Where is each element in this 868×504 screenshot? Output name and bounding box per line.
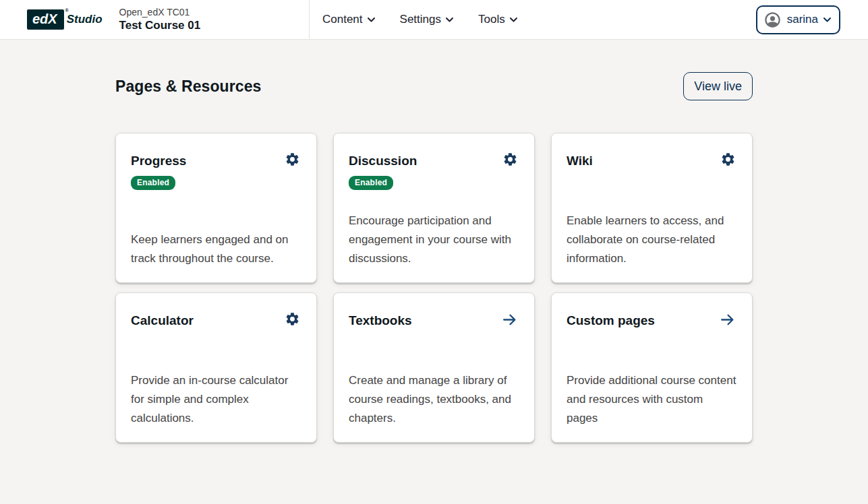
top-header: edX ® Studio Open_edX TC01 Test Course 0… [0,0,868,40]
username-label: sarina [787,13,818,26]
progress-settings-button[interactable] [283,150,301,168]
card-title: Progress [131,150,186,168]
card-header: Wiki [567,150,737,168]
view-live-button[interactable]: View live [683,72,753,100]
header-user-section: sarina [756,0,868,39]
card-custom-pages: Custom pages Provide additional course c… [551,292,753,443]
edx-logo-box: edX ® [27,9,64,30]
card-description: Enable learners to access, and collabora… [567,212,737,268]
main-nav: Content Settings Tools [310,0,517,39]
card-header: Custom pages [567,310,737,329]
nav-content-menu[interactable]: Content [322,13,375,26]
cards-grid: Progress Enabled Keep learners engaged a… [115,133,753,443]
card-header: Textbooks [349,310,519,329]
textbooks-open-button[interactable] [500,310,519,329]
settings-gear-icon [285,159,300,169]
page-title: Pages & Resources [115,77,261,96]
studio-logo-text: Studio [67,13,103,26]
chevron-down-icon [510,18,517,22]
card-description: Create and manage a library of course re… [349,371,519,428]
card-calculator: Calculator Provide an in-course calculat… [115,292,317,443]
enabled-badge: Enabled [131,176,175,190]
settings-gear-icon [720,159,736,169]
card-title: Wiki [567,150,593,168]
arrow-forward-icon [719,320,736,330]
card-title: Discussion [349,150,417,168]
card-header: Discussion [349,150,519,168]
nav-tools-menu[interactable]: Tools [478,13,517,26]
chevron-down-icon [823,18,831,22]
calculator-settings-button[interactable] [283,310,301,328]
course-org-number: Open_edX TC01 [119,6,201,18]
nav-settings-label: Settings [400,13,441,26]
chevron-down-icon [446,18,453,22]
custom-pages-open-button[interactable] [718,310,737,329]
page-title-row: Pages & Resources View live [115,72,753,100]
card-title: Textbooks [349,310,412,328]
card-title: Calculator [131,310,194,328]
account-circle-icon [763,11,782,29]
card-title: Custom pages [567,310,655,328]
nav-settings-menu[interactable]: Settings [400,13,453,26]
nav-tools-label: Tools [478,13,505,26]
course-info: Open_edX TC01 Test Course 01 [119,6,201,33]
card-description: Provide additional course content and re… [567,371,737,428]
card-textbooks: Textbooks Create and manage a library of… [333,292,535,443]
nav-content-label: Content [322,13,363,26]
settings-gear-icon [502,159,518,169]
card-description: Encourage participation and engagement i… [349,212,519,268]
wiki-settings-button[interactable] [719,150,737,168]
card-header: Calculator [131,310,301,328]
pages-resources-main: Pages & Resources View live Progress Ena… [115,40,753,443]
card-wiki: Wiki Enable learners to access, and coll… [551,133,753,283]
edx-logo-text: edX [32,11,57,26]
header-brand-section: edX ® Studio Open_edX TC01 Test Course 0… [0,0,310,39]
card-description: Keep learners engaged and on track throu… [131,230,301,268]
discussion-settings-button[interactable] [501,150,519,168]
card-header: Progress [131,150,301,168]
card-description: Provide an in-course calculator for simp… [131,371,301,428]
arrow-forward-icon [501,320,518,330]
course-title: Test Course 01 [119,18,201,33]
chevron-down-icon [368,18,375,22]
card-progress: Progress Enabled Keep learners engaged a… [115,133,317,283]
user-menu-button[interactable]: sarina [756,5,840,34]
enabled-badge: Enabled [349,176,393,190]
registered-mark: ® [65,8,69,13]
card-discussion: Discussion Enabled Encourage participati… [333,133,535,283]
edx-studio-logo[interactable]: edX ® Studio [27,9,103,30]
settings-gear-icon [285,319,300,329]
